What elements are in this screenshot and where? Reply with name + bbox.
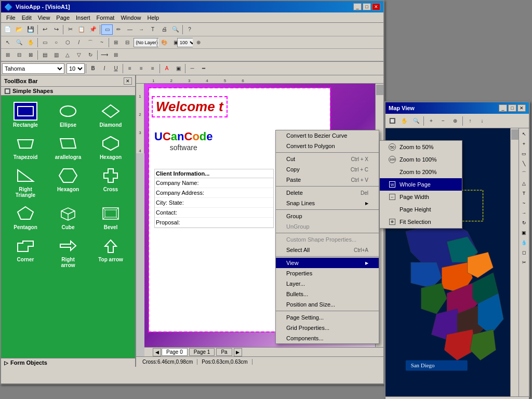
- italic-btn[interactable]: I: [99, 63, 110, 74]
- menu-file[interactable]: File: [3, 14, 19, 22]
- view-page-height[interactable]: Page Height: [380, 203, 462, 216]
- help-btn[interactable]: ?: [184, 24, 195, 35]
- shape-diamond[interactable]: Diamond: [90, 100, 131, 130]
- page-tab-2[interactable]: Pa: [216, 348, 232, 356]
- tab-next-btn[interactable]: ▶: [234, 348, 242, 356]
- ctx-view[interactable]: View ▶: [276, 258, 379, 268]
- new-btn[interactable]: 📄: [2, 24, 14, 35]
- view-whole-page[interactable]: W Whole Page: [380, 178, 462, 191]
- map-tb-6[interactable]: ⊕: [449, 116, 461, 126]
- view-zoom50[interactable]: 50 Zoom to 50%: [380, 141, 462, 153]
- align-center[interactable]: ⊟: [122, 37, 133, 48]
- ctx-grid-properties[interactable]: Grid Properties...: [276, 323, 379, 333]
- ctx-copy[interactable]: Copy Ctrl + C: [276, 164, 379, 175]
- ctx-custom-shape[interactable]: Custom Shape Properties...: [276, 234, 379, 245]
- print-btn[interactable]: 🖨: [158, 24, 170, 35]
- map-text-tool[interactable]: T: [520, 189, 529, 198]
- menu-help[interactable]: Help: [144, 14, 163, 22]
- shape-rectangle[interactable]: Rectangle: [5, 100, 46, 130]
- paste-btn[interactable]: 📌: [87, 24, 99, 35]
- shape-cube[interactable]: Cube: [48, 202, 88, 232]
- menu-page[interactable]: Page: [53, 14, 73, 22]
- rotate-btn[interactable]: ↻: [85, 50, 96, 60]
- group-btn[interactable]: ▤: [39, 50, 50, 60]
- align-right-btn[interactable]: ≡: [147, 63, 158, 74]
- select-tool[interactable]: ↖: [2, 37, 14, 48]
- back-btn[interactable]: ▽: [73, 50, 85, 60]
- map-poly-tool[interactable]: △: [520, 179, 529, 188]
- ctx-bullets[interactable]: Bullets...: [276, 289, 379, 299]
- open-btn[interactable]: 📂: [14, 24, 25, 35]
- ctx-group[interactable]: Group: [276, 211, 379, 221]
- draw-btn[interactable]: ✏: [113, 24, 124, 35]
- map-tb-2[interactable]: ✋: [398, 116, 410, 126]
- save-btn[interactable]: 💾: [25, 24, 36, 35]
- shape-top-arrow[interactable]: Top arrow: [90, 234, 131, 270]
- shape-ellipse[interactable]: Ellipse: [48, 100, 88, 130]
- ctx-position-size[interactable]: Position and Size...: [276, 299, 379, 310]
- ellipse-tool[interactable]: ○: [50, 37, 62, 48]
- connect-btn[interactable]: ⟶: [99, 50, 110, 60]
- underline-btn[interactable]: U: [110, 63, 122, 74]
- shape-trapezoid[interactable]: Trapezoid: [5, 132, 46, 162]
- text-btn[interactable]: T: [147, 24, 158, 35]
- map-tb-5[interactable]: −: [437, 116, 449, 126]
- map-scrollbar-thumb[interactable]: [511, 129, 518, 140]
- ctx-components[interactable]: Components...: [276, 333, 379, 343]
- page-tab-1[interactable]: Page 1: [189, 348, 215, 356]
- ruler-btn[interactable]: ⊠: [25, 50, 36, 60]
- bezier-tool[interactable]: ~: [96, 37, 108, 48]
- menu-edit[interactable]: Edit: [19, 14, 35, 22]
- map-select-tool[interactable]: ▭: [520, 149, 529, 158]
- map-zoom-tool[interactable]: +: [520, 139, 529, 149]
- maximize-button[interactable]: □: [363, 3, 371, 10]
- map-eraser-tool[interactable]: ◻: [520, 248, 529, 257]
- ctx-layer[interactable]: Layer...: [276, 278, 379, 289]
- select-btn[interactable]: ▭: [101, 24, 113, 35]
- copy-btn[interactable]: 📋: [76, 24, 87, 35]
- poly-tool[interactable]: ⬡: [62, 37, 73, 48]
- map-connect-tool[interactable]: →: [520, 208, 529, 218]
- bold-btn[interactable]: B: [87, 63, 99, 74]
- map-close-btn[interactable]: ✕: [517, 104, 526, 112]
- line-width-btn[interactable]: ━: [198, 63, 209, 74]
- view-page-width[interactable]: ↔ Page Width: [380, 191, 462, 203]
- ctx-snap-lines[interactable]: Snap Lines ▶: [276, 198, 379, 208]
- ctx-paste[interactable]: Paste Ctrl + V: [276, 175, 379, 185]
- align-left[interactable]: ⊞: [110, 37, 122, 48]
- layer-btn[interactable]: (No Layer): [144, 37, 156, 48]
- menu-insert[interactable]: Insert: [73, 14, 94, 22]
- scrollbar-thumb-v[interactable]: [376, 85, 383, 95]
- map-rotate-tool[interactable]: ↻: [520, 218, 529, 228]
- menu-view[interactable]: View: [35, 14, 54, 22]
- map-tb-8[interactable]: ↓: [476, 116, 488, 126]
- align-left-btn[interactable]: ≡: [124, 63, 136, 74]
- rect-tool[interactable]: ▭: [39, 37, 50, 48]
- page-tab-0[interactable]: Page 0: [162, 348, 188, 356]
- shape-corner[interactable]: Corner: [5, 234, 46, 270]
- font-select[interactable]: Tahoma: [2, 63, 64, 74]
- zoom-fit[interactable]: ⊕: [193, 37, 204, 48]
- map-scrollbar-v[interactable]: [510, 128, 518, 396]
- view-zoom100[interactable]: 100 Zoom to 100%: [380, 153, 462, 166]
- map-bezier-tool[interactable]: ~: [520, 198, 529, 208]
- ctx-convert-bezier[interactable]: Convert to Bezier Curve: [276, 130, 379, 141]
- auto-layout[interactable]: ⊞: [110, 50, 122, 60]
- shape-bevel[interactable]: Bevel: [90, 202, 131, 232]
- map-eyedrop-tool[interactable]: 💧: [520, 238, 529, 247]
- redo-btn[interactable]: ↪: [50, 24, 62, 35]
- map-min-btn[interactable]: _: [499, 104, 507, 112]
- ctx-select-all[interactable]: Select All Ctrl+A: [276, 245, 379, 255]
- map-arrow-tool[interactable]: ↖: [520, 129, 529, 139]
- menu-window[interactable]: Window: [117, 14, 144, 22]
- ctx-delete[interactable]: Delete Del: [276, 188, 379, 198]
- shape-right-arrow[interactable]: Right arrow: [48, 234, 88, 270]
- color-btn[interactable]: 🎨: [158, 37, 170, 48]
- ctx-convert-polygon[interactable]: Convert to Polygon: [276, 141, 379, 151]
- map-crop-tool[interactable]: ✂: [520, 258, 529, 267]
- arrow-btn[interactable]: →: [136, 24, 147, 35]
- align-center-btn[interactable]: ≡: [136, 63, 147, 74]
- map-fill-tool[interactable]: ▣: [520, 228, 529, 237]
- front-btn[interactable]: △: [62, 50, 73, 60]
- line-style-btn[interactable]: ─: [187, 63, 198, 74]
